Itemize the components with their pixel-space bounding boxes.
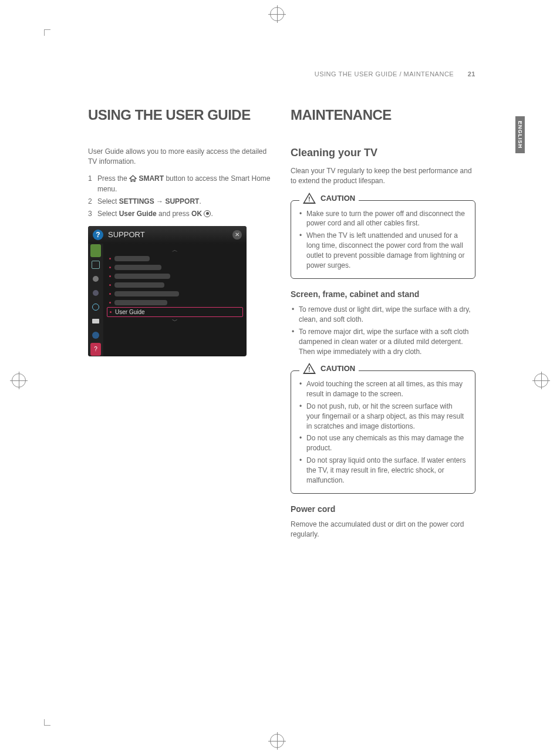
caution1-item: When the TV is left unattended and unuse…: [298, 231, 468, 270]
tv-row: [107, 254, 243, 263]
caution2-item: Do not spray liquid onto the surface. If…: [298, 456, 468, 485]
sidebar-icon: [90, 301, 101, 314]
sidebar-icon: [90, 315, 101, 328]
heading-maintenance: MAINTENANCE: [291, 107, 475, 123]
question-icon: ?: [93, 230, 103, 240]
screen-care-list: To remove dust or light dirt, wipe the s…: [291, 305, 475, 356]
step-2: Select SETTINGS → SUPPORT.: [88, 197, 273, 207]
chevron-up-icon: ︿: [107, 246, 243, 254]
tv-row: [107, 289, 243, 298]
running-header-title: USING THE USER GUIDE / MAINTENANCE: [315, 70, 454, 77]
registration-mark-icon: [270, 734, 284, 748]
sidebar-icon: [90, 329, 101, 342]
sidebar-icon: [90, 272, 101, 285]
sidebar-icon: [90, 287, 101, 299]
tv-row: [107, 298, 243, 307]
tv-list: ︿ User Guide ﹀: [103, 244, 247, 356]
tv-row: [107, 263, 243, 272]
running-header: USING THE USER GUIDE / MAINTENANCE 21: [88, 70, 475, 77]
close-icon: ✕: [232, 230, 242, 240]
caution-header: ! CAUTION: [299, 193, 359, 204]
warning-triangle-icon: !: [303, 193, 316, 204]
tv-row: [107, 272, 243, 281]
chevron-down-icon: ﹀: [107, 317, 243, 325]
caution2-item: Do not use any chemicals as this may dam…: [298, 433, 468, 453]
tv-screenshot: ? SUPPORT ✕ ?: [88, 226, 247, 356]
registration-mark-icon: [12, 373, 26, 387]
power-cord-text: Remove the accumulated dust or dirt on t…: [291, 520, 475, 540]
heading-cleaning-tv: Cleaning your TV: [291, 147, 475, 159]
sidebar-icon: ?: [90, 343, 101, 356]
ok-button-icon: [204, 210, 211, 217]
caution1-item: Make sure to turn the power off and disc…: [298, 209, 468, 229]
step-3: Select User Guide and press OK .: [88, 209, 273, 219]
step-1: Press the SMART button to access the Sma…: [88, 174, 273, 195]
language-tab: ENGLISH: [515, 116, 525, 153]
crop-mark: [44, 719, 50, 726]
tv-row-selected: User Guide: [107, 307, 243, 317]
registration-mark-icon: [534, 373, 548, 387]
crop-mark: [44, 29, 50, 36]
caution2-item: Do not push, rub, or hit the screen surf…: [298, 402, 468, 431]
caution2-item: Avoid touching the screen at all times, …: [298, 379, 468, 399]
tv-header: ? SUPPORT ✕: [88, 226, 247, 244]
tv-title: SUPPORT: [108, 230, 145, 239]
warning-triangle-icon: !: [303, 363, 316, 374]
cleaning-intro: Clean your TV regularly to keep the best…: [291, 166, 475, 186]
tv-row: [107, 281, 243, 289]
caution-header: ! CAUTION: [299, 363, 359, 374]
list-item: To remove dust or light dirt, wipe the s…: [291, 305, 475, 325]
right-column: MAINTENANCE Cleaning your TV Clean your …: [291, 107, 475, 547]
steps-list: Press the SMART button to access the Sma…: [88, 174, 273, 219]
page-number: 21: [468, 70, 475, 77]
heading-using-user-guide: USING THE USER GUIDE: [88, 107, 273, 123]
sidebar-icon: [90, 244, 101, 257]
left-column: USING THE USER GUIDE User Guide allows y…: [88, 107, 273, 547]
registration-mark-icon: [270, 7, 284, 21]
caution-box-2: ! CAUTION Avoid touching the screen at a…: [291, 370, 475, 494]
home-icon: [129, 175, 137, 185]
sidebar-icon: [90, 258, 101, 271]
caution-box-1: ! CAUTION Make sure to turn the power of…: [291, 200, 475, 279]
list-item: To remove major dirt, wipe the surface w…: [291, 327, 475, 356]
page-content: USING THE USER GUIDE / MAINTENANCE 21 US…: [88, 70, 475, 547]
tv-sidebar: ?: [88, 244, 103, 356]
heading-power-cord: Power cord: [291, 504, 475, 514]
heading-screen-frame: Screen, frame, cabinet and stand: [291, 289, 475, 299]
intro-text: User Guide allows you to more easily acc…: [88, 147, 273, 167]
